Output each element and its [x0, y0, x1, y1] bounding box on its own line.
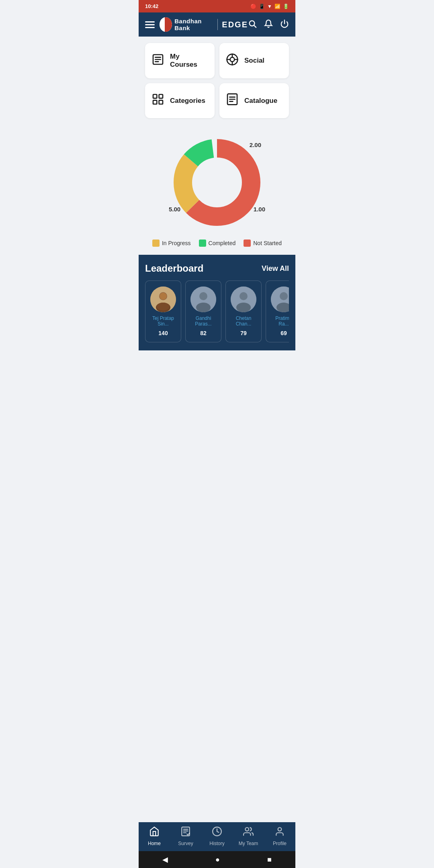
leaderboard-cards: Tej Pratap Sin... 140 Gandhi Paras... 82 — [145, 280, 289, 342]
power-icon[interactable] — [280, 19, 289, 30]
header-left: Bandhan Bank EDGE — [145, 17, 248, 32]
svg-point-35 — [236, 303, 251, 312]
main-content: My Courses Social — [139, 37, 295, 369]
svg-point-28 — [160, 293, 167, 300]
logo-container: Bandhan Bank EDGE — [160, 17, 248, 32]
my-courses-card[interactable]: My Courses — [145, 43, 215, 78]
legend-notstarted-dot — [244, 240, 251, 247]
social-icon — [226, 53, 239, 69]
logo-divider — [217, 19, 218, 30]
legend-notstarted: Not Started — [244, 240, 282, 247]
logo-bank-name: Bandhan Bank — [174, 18, 213, 31]
status-icons: 🔴 📱 ▼ 📶 🔋 — [250, 4, 289, 9]
search-icon[interactable] — [248, 19, 257, 30]
leader-name-3: Pratima Ra... — [270, 315, 289, 327]
svg-rect-15 — [153, 100, 157, 104]
legend-notstarted-label: Not Started — [253, 240, 282, 246]
leaderboard-header: Leaderboard View All — [145, 263, 289, 274]
leaderboard-section: Leaderboard View All Tej Pratap Sin... 1… — [139, 255, 295, 350]
status-bar: 10:42 🔴 📱 ▼ 📶 🔋 — [139, 0, 295, 12]
svg-line-1 — [254, 25, 256, 27]
leader-score-3: 69 — [280, 330, 287, 336]
legend-inprogress-dot — [152, 240, 160, 247]
catalogue-label: Catalogue — [244, 97, 277, 105]
hamburger-menu[interactable] — [145, 21, 155, 28]
leader-avatar-0 — [150, 287, 176, 312]
notification-dot: 🔴 — [250, 4, 256, 9]
leader-score-1: 82 — [200, 330, 207, 336]
categories-card[interactable]: Categories — [145, 83, 215, 118]
chart-completed-label: 1.00 — [254, 206, 265, 213]
legend-inprogress: In Progress — [152, 240, 191, 247]
legend-completed: Completed — [199, 240, 236, 247]
leader-name-0: Tej Pratap Sin... — [149, 315, 177, 327]
chart-legend: In Progress Completed Not Started — [152, 240, 282, 247]
leader-card-3[interactable]: Pratima Ra... 69 — [266, 280, 289, 342]
logo-edge-text: EDGE — [222, 20, 248, 29]
signal-icon: 📶 — [274, 4, 280, 9]
menu-grid: My Courses Social — [145, 43, 289, 118]
svg-rect-14 — [159, 94, 163, 98]
view-all-button[interactable]: View All — [262, 264, 289, 273]
legend-completed-label: Completed — [209, 240, 236, 246]
leader-avatar-2 — [231, 287, 256, 312]
leader-name-2: Chetan Chan... — [230, 315, 257, 327]
chart-section: 2.00 1.00 5.00 In Progress Completed Not… — [145, 126, 289, 255]
sim-icon: 📱 — [259, 4, 265, 9]
leader-avatar-1 — [190, 287, 216, 312]
logo-circle-icon — [160, 17, 172, 32]
leaderboard-title: Leaderboard — [145, 263, 203, 274]
svg-point-24 — [194, 159, 240, 206]
categories-icon — [151, 93, 164, 108]
leader-card-2[interactable]: Chetan Chan... 79 — [225, 280, 262, 342]
social-card[interactable]: Social — [219, 43, 289, 78]
donut-chart: 2.00 1.00 5.00 — [165, 130, 269, 235]
leader-avatar-3 — [271, 287, 289, 312]
leader-card-1[interactable]: Gandhi Paras... 82 — [185, 280, 221, 342]
catalogue-icon — [226, 93, 239, 108]
header-right — [248, 19, 289, 30]
catalogue-card[interactable]: Catalogue — [219, 83, 289, 118]
social-label: Social — [244, 57, 264, 65]
chart-notstarted-label: 5.00 — [169, 206, 180, 213]
bottom-spacer — [145, 350, 289, 362]
svg-rect-16 — [159, 100, 163, 104]
svg-point-31 — [199, 292, 207, 300]
leader-score-2: 79 — [240, 330, 247, 336]
chart-inprogress-label: 2.00 — [250, 141, 261, 148]
bandhan-logo: Bandhan Bank — [160, 17, 213, 32]
svg-rect-13 — [153, 94, 157, 98]
svg-point-8 — [230, 57, 235, 61]
categories-label: Categories — [170, 97, 205, 105]
my-courses-icon — [151, 53, 164, 69]
legend-inprogress-label: In Progress — [162, 240, 191, 246]
time: 10:42 — [145, 3, 158, 9]
svg-point-32 — [196, 303, 211, 312]
notification-icon[interactable] — [264, 19, 273, 30]
legend-completed-dot — [199, 240, 206, 247]
svg-point-37 — [280, 292, 288, 300]
svg-point-34 — [240, 292, 248, 300]
leader-name-1: Gandhi Paras... — [190, 315, 217, 327]
battery-icon: 🔋 — [283, 4, 289, 9]
leader-score-0: 140 — [158, 330, 168, 336]
app-header: Bandhan Bank EDGE — [139, 12, 295, 37]
leader-card-0[interactable]: Tej Pratap Sin... 140 — [145, 280, 181, 342]
wifi-icon: ▼ — [267, 4, 272, 9]
svg-point-29 — [157, 303, 170, 311]
my-courses-label: My Courses — [170, 53, 208, 69]
